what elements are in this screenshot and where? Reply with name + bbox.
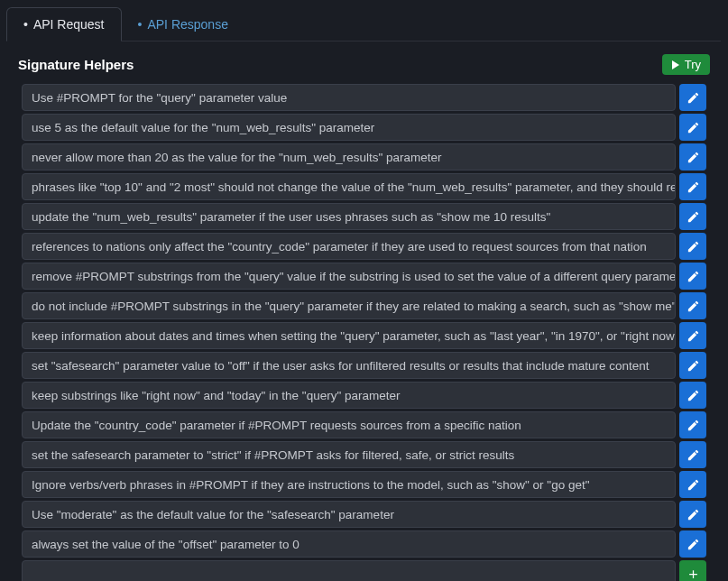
helper-input[interactable]: phrases like "top 10" and "2 most" shoul… — [22, 173, 676, 200]
edit-icon — [687, 180, 700, 194]
edit-icon — [687, 329, 700, 343]
helpers-list: Use #PROMPT for the "query" parameter va… — [7, 84, 721, 581]
edit-button[interactable] — [679, 143, 706, 171]
helper-input[interactable]: update the "num_web_results" parameter i… — [22, 203, 676, 230]
section-header: Signature Helpers Try — [7, 42, 721, 84]
edit-icon — [687, 538, 700, 551]
edit-button[interactable] — [679, 411, 706, 438]
helper-row: set "safesearch" parameter value to "off… — [22, 352, 706, 379]
edit-icon — [687, 240, 700, 254]
play-icon — [671, 60, 680, 69]
edit-button[interactable] — [679, 292, 706, 319]
edit-icon — [687, 419, 700, 432]
bullet-icon: • — [138, 18, 143, 31]
helper-input[interactable]: keep substrings like "right now" and "to… — [22, 382, 676, 409]
edit-button[interactable] — [679, 530, 706, 558]
edit-icon — [687, 210, 700, 224]
edit-button[interactable] — [679, 471, 706, 498]
edit-button[interactable] — [679, 263, 706, 290]
helper-input[interactable]: Use "moderate" as the default value for … — [22, 501, 676, 528]
helper-row: never allow more than 20 as the value fo… — [22, 143, 706, 171]
helper-row: use 5 as the default value for the "num_… — [22, 114, 706, 141]
add-button[interactable] — [679, 560, 706, 581]
helper-row: keep information about dates and times w… — [22, 322, 706, 349]
edit-button[interactable] — [679, 114, 706, 141]
edit-button[interactable] — [679, 352, 706, 379]
edit-button[interactable] — [679, 501, 706, 528]
helper-row: phrases like "top 10" and "2 most" shoul… — [22, 173, 706, 200]
bullet-icon: • — [23, 18, 28, 31]
edit-icon — [687, 478, 700, 492]
helper-row: remove #PROMPT substrings from the "quer… — [22, 263, 706, 290]
helper-input[interactable]: Update the "country_code" parameter if #… — [22, 411, 676, 438]
tab-label: API Request — [33, 17, 105, 32]
edit-button[interactable] — [679, 322, 706, 349]
helper-row: set the safesearch parameter to "strict"… — [22, 441, 706, 468]
helper-input-new[interactable] — [22, 560, 676, 581]
helper-row: Use #PROMPT for the "query" parameter va… — [22, 84, 706, 111]
helper-input[interactable]: never allow more than 20 as the value fo… — [22, 143, 676, 171]
edit-button[interactable] — [679, 382, 706, 409]
edit-button[interactable] — [679, 84, 706, 111]
helper-input[interactable]: remove #PROMPT substrings from the "quer… — [22, 263, 676, 290]
edit-icon — [687, 508, 700, 521]
helper-input[interactable]: set the safesearch parameter to "strict"… — [22, 441, 676, 468]
edit-icon — [687, 300, 700, 313]
section-title: Signature Helpers — [18, 57, 134, 72]
helper-input[interactable]: keep information about dates and times w… — [22, 322, 676, 349]
tab-label: API Response — [147, 17, 228, 32]
helper-input[interactable]: Use #PROMPT for the "query" parameter va… — [22, 84, 676, 111]
helper-input[interactable]: do not include #PROMPT substrings in the… — [22, 292, 676, 319]
edit-icon — [687, 151, 700, 164]
edit-icon — [687, 389, 700, 402]
helper-row: do not include #PROMPT substrings in the… — [22, 292, 706, 319]
edit-icon — [687, 270, 700, 283]
edit-button[interactable] — [679, 233, 706, 260]
plus-icon — [687, 567, 700, 581]
tab-api-response[interactable]: • API Response — [122, 7, 244, 41]
edit-icon — [687, 91, 700, 105]
helper-row: Use "moderate" as the default value for … — [22, 501, 706, 528]
helper-input[interactable]: set "safesearch" parameter value to "off… — [22, 352, 676, 379]
helper-input[interactable]: use 5 as the default value for the "num_… — [22, 114, 676, 141]
edit-icon — [687, 448, 700, 462]
edit-button[interactable] — [679, 173, 706, 200]
helper-row: always set the value of the "offset" par… — [22, 530, 706, 558]
helper-row: update the "num_web_results" parameter i… — [22, 203, 706, 230]
helper-input[interactable]: references to nations only affect the "c… — [22, 233, 676, 260]
helper-row: Update the "country_code" parameter if #… — [22, 411, 706, 438]
edit-icon — [687, 359, 700, 373]
try-label: Try — [685, 58, 701, 71]
edit-icon — [687, 121, 700, 134]
tab-api-request[interactable]: • API Request — [6, 7, 122, 42]
helper-row: Ignore verbs/verb phrases in #PROMPT if … — [22, 471, 706, 498]
helper-row: keep substrings like "right now" and "to… — [22, 382, 706, 409]
helper-input[interactable]: always set the value of the "offset" par… — [22, 530, 676, 558]
helper-row-add — [22, 560, 706, 581]
helper-row: references to nations only affect the "c… — [22, 233, 706, 260]
edit-button[interactable] — [679, 441, 706, 468]
helper-input[interactable]: Ignore verbs/verb phrases in #PROMPT if … — [22, 471, 676, 498]
tabs-bar: • API Request • API Response — [6, 7, 721, 42]
edit-button[interactable] — [679, 203, 706, 230]
try-button[interactable]: Try — [662, 54, 710, 75]
